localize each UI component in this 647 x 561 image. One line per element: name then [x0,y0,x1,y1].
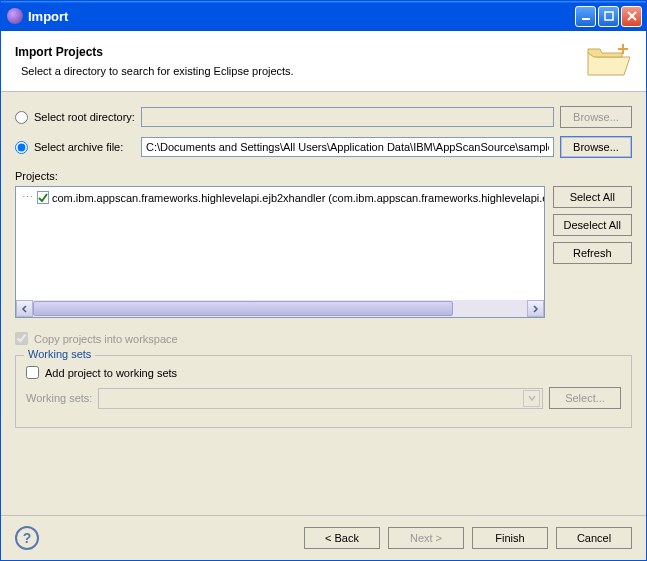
copy-projects-checkbox [15,332,28,345]
help-icon[interactable]: ? [15,526,39,550]
header-panel: Import Projects Select a directory to se… [1,31,646,92]
add-to-working-sets-checkbox[interactable] [26,366,39,379]
content-area: Select root directory: Browse... Select … [1,92,646,515]
list-item[interactable]: ⋯ com.ibm.appscan.frameworks.highlevelap… [16,187,544,204]
refresh-button[interactable]: Refresh [553,242,632,264]
titlebar[interactable]: Import [1,1,646,31]
deselect-all-button[interactable]: Deselect All [553,214,632,236]
folder-open-icon [584,41,632,81]
tree-connector-icon: ⋯ [22,191,34,204]
projects-list[interactable]: ⋯ com.ibm.appscan.frameworks.highlevelap… [15,186,545,318]
working-sets-combo [98,388,543,409]
copy-projects-label: Copy projects into workspace [34,333,178,345]
scroll-thumb[interactable] [33,301,453,316]
archive-file-input[interactable] [141,137,554,157]
page-title: Import Projects [15,45,584,59]
window-controls [575,6,642,27]
root-directory-radio-label[interactable]: Select root directory: [15,111,135,124]
eclipse-icon [7,8,23,24]
svg-rect-1 [605,12,613,20]
browse-root-button: Browse... [560,106,632,128]
archive-file-radio-label[interactable]: Select archive file: [15,141,135,154]
back-button[interactable]: < Back [304,527,380,549]
working-sets-select-button: Select... [549,387,621,409]
scroll-track[interactable] [33,300,527,317]
chevron-down-icon [523,390,540,407]
archive-file-radio[interactable] [15,141,28,154]
project-checkbox[interactable] [37,191,49,204]
working-sets-group: Working sets Add project to working sets… [15,355,632,428]
add-to-working-sets-label: Add project to working sets [45,367,177,379]
import-dialog: Import Import Projects Select a director… [0,0,647,561]
projects-label: Projects: [15,170,632,182]
page-description: Select a directory to search for existin… [21,65,584,77]
next-button: Next > [388,527,464,549]
scroll-left-icon[interactable] [16,300,33,317]
browse-archive-button[interactable]: Browse... [560,136,632,158]
cancel-button[interactable]: Cancel [556,527,632,549]
root-directory-radio[interactable] [15,111,28,124]
footer: ? < Back Next > Finish Cancel [1,515,646,560]
svg-rect-0 [582,18,590,20]
scroll-right-icon[interactable] [527,300,544,317]
minimize-button[interactable] [575,6,596,27]
window-title: Import [28,9,575,24]
working-sets-legend: Working sets [24,348,95,360]
horizontal-scrollbar[interactable] [16,300,544,317]
select-all-button[interactable]: Select All [553,186,632,208]
project-name: com.ibm.appscan.frameworks.highlevelapi.… [52,192,545,204]
maximize-button[interactable] [598,6,619,27]
close-button[interactable] [621,6,642,27]
root-directory-input[interactable] [141,107,554,127]
finish-button[interactable]: Finish [472,527,548,549]
working-sets-label: Working sets: [26,392,92,404]
copy-projects-row: Copy projects into workspace [15,332,632,345]
